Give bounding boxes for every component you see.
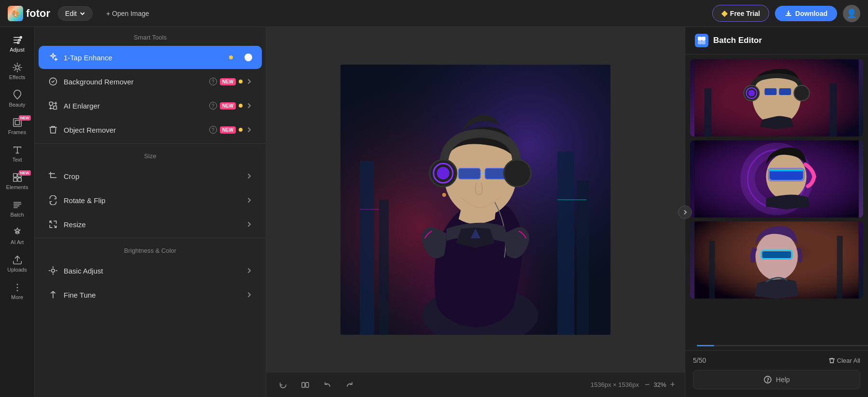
- rotate-flip-chevron: [245, 196, 253, 204]
- svg-rect-14: [50, 102, 53, 106]
- help-icon: [763, 375, 772, 384]
- download-button[interactable]: Download: [775, 6, 837, 21]
- icon-bar: Adjust Effects Beauty NEW Frames Text NE…: [0, 27, 35, 397]
- zoom-in-button[interactable]: +: [670, 380, 675, 390]
- svg-rect-49: [765, 88, 777, 95]
- 1tap-name: 1-Tap Enhance: [64, 54, 224, 62]
- batch-progress-bar: [697, 345, 868, 346]
- sidebar-item-text[interactable]: Text: [2, 141, 33, 166]
- svg-rect-43: [702, 41, 705, 44]
- sidebar-item-batch-label: Batch: [10, 212, 24, 218]
- canvas-redo-button[interactable]: [342, 378, 357, 392]
- batch-image-item-3[interactable]: [690, 221, 863, 299]
- svg-rect-15: [54, 106, 57, 110]
- resize-extras: [245, 220, 253, 228]
- object-remover-extras: ? NEW: [209, 126, 253, 134]
- svg-rect-62: [770, 169, 803, 171]
- zoom-out-button[interactable]: −: [645, 380, 650, 390]
- canvas-content: [266, 27, 685, 372]
- canvas-image: [340, 65, 610, 335]
- batch-progress-container: [685, 345, 868, 350]
- bg-remover-name: Background Remover: [64, 78, 204, 86]
- svg-rect-21: [360, 161, 374, 335]
- bg-remover-icon: [47, 76, 59, 87]
- canvas-flip-button[interactable]: [298, 378, 312, 392]
- sidebar-item-batch[interactable]: Batch: [2, 196, 33, 221]
- tool-crop[interactable]: Crop: [39, 164, 262, 188]
- ai-enlarger-question[interactable]: ?: [209, 102, 217, 110]
- svg-point-36: [437, 167, 449, 179]
- fine-tune-chevron: [245, 291, 253, 299]
- fine-tune-extras: [245, 291, 253, 299]
- svg-point-16: [52, 269, 55, 273]
- tool-object-remover[interactable]: Object Remover ? NEW: [39, 118, 262, 141]
- tool-1tap-enhance[interactable]: 1-Tap Enhance: [39, 46, 262, 69]
- frames-new-badge: NEW: [19, 115, 31, 121]
- rotate-flip-extras: [245, 196, 253, 204]
- sidebar-item-elements[interactable]: NEW Elements: [2, 168, 33, 194]
- object-remover-name: Object Remover: [64, 126, 204, 134]
- ai-art-icon: [12, 227, 23, 238]
- batch-header: Batch Editor: [685, 27, 868, 55]
- svg-rect-9: [17, 178, 21, 181]
- svg-rect-46: [705, 88, 712, 137]
- free-trial-button[interactable]: ◆ Free Trial: [712, 5, 769, 22]
- object-remover-question[interactable]: ?: [209, 126, 217, 134]
- svg-rect-38: [302, 383, 305, 387]
- batch-icon: [12, 200, 23, 210]
- svg-rect-42: [698, 41, 701, 44]
- clear-all-button[interactable]: Clear All: [828, 357, 860, 364]
- bg-remover-extras: ? NEW: [209, 78, 253, 85]
- sidebar-item-uploads[interactable]: Uploads: [2, 251, 33, 276]
- batch-images-list: [685, 55, 868, 345]
- svg-rect-66: [837, 236, 843, 299]
- crop-chevron: [245, 172, 253, 180]
- canvas-rotate-left-button[interactable]: [276, 378, 290, 392]
- edit-button[interactable]: Edit: [58, 6, 93, 21]
- open-image-button[interactable]: + Open Image: [100, 7, 155, 20]
- rotate-flip-icon: [47, 194, 59, 206]
- object-remover-icon: [47, 124, 59, 136]
- svg-rect-39: [306, 383, 309, 387]
- svg-point-52: [794, 85, 810, 101]
- resize-chevron: [245, 220, 253, 228]
- divider-1: [35, 143, 266, 144]
- batch-header-title: Batch Editor: [713, 36, 762, 45]
- svg-point-0: [18, 39, 20, 41]
- tool-ai-enlarger[interactable]: AI Enlarger ? NEW: [39, 94, 262, 117]
- sidebar-item-effects[interactable]: Effects: [2, 58, 33, 84]
- sidebar-item-more[interactable]: More: [2, 278, 33, 304]
- sidebar-item-effects-label: Effects: [9, 74, 25, 80]
- svg-rect-70: [761, 250, 792, 259]
- download-icon: [785, 10, 792, 17]
- tool-bg-remover[interactable]: Background Remover ? NEW: [39, 70, 262, 93]
- canvas-undo-button[interactable]: [320, 378, 335, 392]
- basic-adjust-chevron: [245, 267, 253, 274]
- 1tap-toggle[interactable]: [236, 53, 253, 62]
- effects-icon: [12, 62, 23, 73]
- tool-rotate-flip[interactable]: Rotate & Flip: [39, 189, 262, 212]
- svg-rect-23: [557, 151, 574, 335]
- tool-resize[interactable]: Resize: [39, 213, 262, 236]
- sidebar-item-ai-art-label: AI Art: [11, 239, 24, 245]
- sidebar-item-frames[interactable]: NEW Frames: [2, 113, 33, 139]
- svg-point-37: [442, 193, 446, 197]
- sidebar-item-beauty[interactable]: Beauty: [2, 86, 33, 111]
- svg-point-12: [16, 287, 18, 288]
- ai-enlarger-chevron: [245, 102, 253, 110]
- smart-tools-label: Smart Tools: [35, 27, 266, 45]
- tool-fine-tune[interactable]: Fine Tune: [39, 283, 262, 306]
- tool-basic-adjust[interactable]: Basic Adjust: [39, 259, 262, 282]
- help-button[interactable]: Help: [693, 370, 860, 389]
- sidebar-item-uploads-label: Uploads: [7, 267, 27, 273]
- sidebar-item-more-label: More: [11, 294, 23, 300]
- sidebar-item-adjust[interactable]: Adjust: [2, 31, 33, 56]
- batch-grid-icon: [698, 37, 705, 44]
- batch-image-item-1[interactable]: [690, 59, 863, 137]
- expand-batch-button[interactable]: [678, 205, 692, 219]
- 1tap-extras: [229, 53, 253, 62]
- avatar[interactable]: 👤: [843, 5, 860, 22]
- batch-image-item-2[interactable]: [690, 140, 863, 218]
- bg-remover-question[interactable]: ?: [209, 78, 217, 85]
- sidebar-item-ai-art[interactable]: AI Art: [2, 223, 33, 249]
